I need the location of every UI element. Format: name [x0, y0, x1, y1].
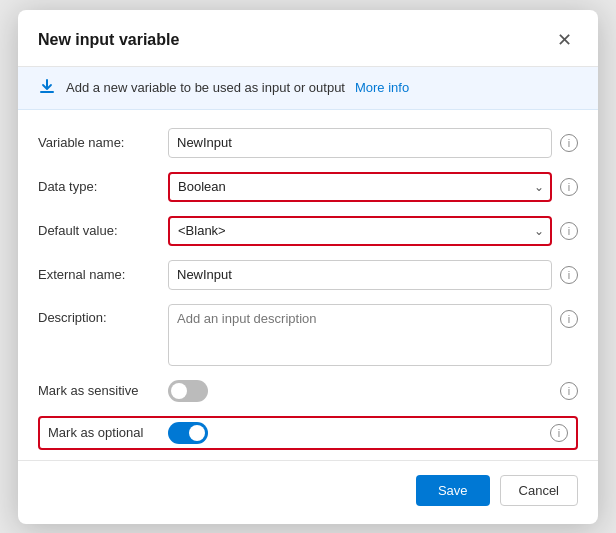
variable-name-field: i: [168, 128, 578, 158]
mark-optional-info-icon[interactable]: i: [550, 424, 568, 442]
info-symbol: i: [568, 313, 570, 325]
description-info-icon[interactable]: i: [560, 310, 578, 328]
close-icon: ✕: [557, 29, 572, 51]
default-value-select-wrapper: <Blank> True False ⌄: [168, 216, 552, 246]
data-type-info-icon[interactable]: i: [560, 178, 578, 196]
variable-name-row: Variable name: i: [38, 128, 578, 158]
info-symbol: i: [568, 385, 570, 397]
default-value-field: <Blank> True False ⌄ i: [168, 216, 578, 246]
dialog-header: New input variable ✕: [18, 10, 598, 67]
mark-optional-label: Mark as optional: [48, 425, 168, 440]
dialog-footer: Save Cancel: [18, 460, 598, 524]
new-input-variable-dialog: New input variable ✕ Add a new variable …: [18, 10, 598, 524]
data-type-select[interactable]: Boolean String Integer Float DateTime Li…: [168, 172, 552, 202]
info-symbol: i: [558, 427, 560, 439]
close-button[interactable]: ✕: [550, 26, 578, 54]
external-name-row: External name: i: [38, 260, 578, 290]
svg-rect-0: [40, 91, 54, 93]
variable-name-input[interactable]: [168, 128, 552, 158]
dialog-body: Variable name: i Data type: Boolean Stri…: [18, 110, 598, 460]
info-symbol: i: [568, 269, 570, 281]
mark-optional-row: Mark as optional i: [38, 416, 578, 450]
default-value-info-icon[interactable]: i: [560, 222, 578, 240]
mark-sensitive-field: i: [168, 380, 578, 402]
info-symbol: i: [568, 181, 570, 193]
mark-sensitive-toggle[interactable]: [168, 380, 208, 402]
mark-sensitive-row: Mark as sensitive i: [38, 380, 578, 402]
mark-optional-slider: [168, 422, 208, 444]
external-name-info-icon[interactable]: i: [560, 266, 578, 284]
save-button[interactable]: Save: [416, 475, 490, 506]
banner-text: Add a new variable to be used as input o…: [66, 80, 345, 95]
external-name-field: i: [168, 260, 578, 290]
cancel-button[interactable]: Cancel: [500, 475, 578, 506]
description-row: Description: i: [38, 304, 578, 366]
info-symbol: i: [568, 137, 570, 149]
dialog-title: New input variable: [38, 31, 179, 49]
mark-sensitive-slider: [168, 380, 208, 402]
download-icon: [38, 77, 56, 99]
default-value-row: Default value: <Blank> True False ⌄ i: [38, 216, 578, 246]
data-type-field: Boolean String Integer Float DateTime Li…: [168, 172, 578, 202]
svg-rect-1: [46, 79, 48, 88]
more-info-link[interactable]: More info: [355, 80, 409, 95]
data-type-label: Data type:: [38, 179, 158, 194]
variable-name-label: Variable name:: [38, 135, 158, 150]
mark-sensitive-info-icon[interactable]: i: [560, 382, 578, 400]
variable-name-info-icon[interactable]: i: [560, 134, 578, 152]
info-banner: Add a new variable to be used as input o…: [18, 67, 598, 110]
description-field: i: [168, 304, 578, 366]
mark-optional-field: i: [168, 422, 568, 444]
external-name-label: External name:: [38, 267, 158, 282]
default-value-select[interactable]: <Blank> True False: [168, 216, 552, 246]
data-type-row: Data type: Boolean String Integer Float …: [38, 172, 578, 202]
description-textarea[interactable]: [168, 304, 552, 366]
mark-optional-bordered-wrapper: Mark as optional i: [38, 416, 578, 450]
data-type-select-wrapper: Boolean String Integer Float DateTime Li…: [168, 172, 552, 202]
description-label: Description:: [38, 304, 158, 325]
mark-optional-toggle[interactable]: [168, 422, 208, 444]
info-symbol: i: [568, 225, 570, 237]
mark-sensitive-label: Mark as sensitive: [38, 383, 158, 398]
default-value-label: Default value:: [38, 223, 158, 238]
external-name-input[interactable]: [168, 260, 552, 290]
